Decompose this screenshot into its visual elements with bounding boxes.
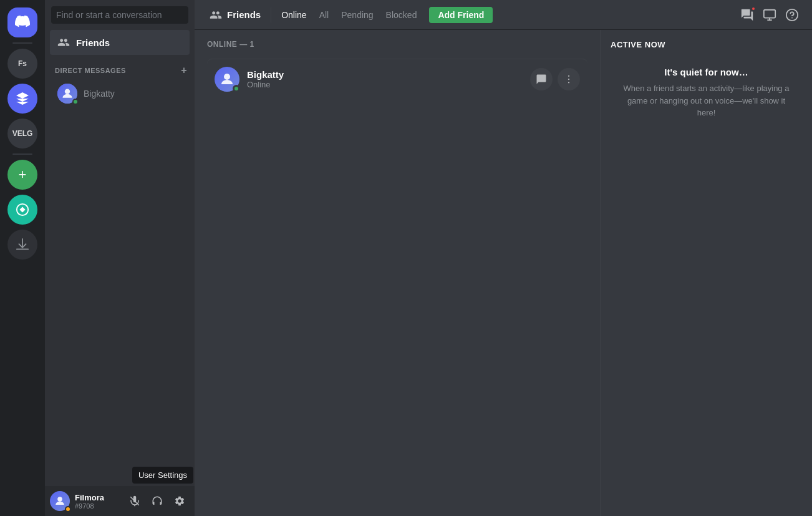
svg-rect-5: [764, 9, 775, 17]
more-options-icon: [563, 74, 574, 85]
tab-all-label: All: [319, 10, 329, 20]
friend-status-dot-online: [233, 85, 240, 92]
friend-actions-bigkatty: [530, 68, 580, 90]
friend-status-bigkatty: Online: [247, 80, 530, 89]
svg-point-10: [224, 74, 230, 80]
svg-point-9: [791, 17, 793, 18]
server-separator: [12, 42, 32, 44]
server-icon-explore[interactable]: [7, 195, 37, 225]
add-dm-button[interactable]: +: [181, 65, 187, 76]
friends-nav-label: Friends: [227, 9, 261, 20]
friend-avatar-bigkatty: [215, 67, 239, 92]
server-label-fs: Fs: [18, 59, 27, 68]
more-options-button[interactable]: [558, 68, 580, 90]
friends-sidebar-icon: [57, 36, 70, 49]
discord-logo-icon: [15, 14, 30, 32]
svg-point-3: [57, 497, 62, 502]
tab-blocked-label: Blocked: [386, 10, 417, 20]
nav-divider: [271, 7, 271, 22]
deafen-button[interactable]: [147, 491, 167, 511]
server-icon-add[interactable]: +: [7, 160, 37, 190]
user-avatar-icon: [54, 495, 65, 507]
svg-point-2: [65, 89, 70, 94]
user-controls: [125, 491, 190, 511]
user-area: Filmora #9708: [45, 486, 195, 516]
username: Filmora: [75, 493, 120, 502]
active-now-title: ACTIVE NOW: [611, 40, 802, 49]
server-icon-velg[interactable]: VELG: [7, 119, 37, 148]
friends-list: ONLINE — 1 Bigkatty Online: [195, 30, 600, 516]
dm-section-header: DIRECT MESSAGES +: [45, 60, 195, 79]
tab-blocked[interactable]: Blocked: [381, 7, 422, 22]
explore-icon: [16, 203, 29, 217]
user-info: Filmora #9708: [75, 493, 120, 510]
dm-list: Bigkatty: [45, 79, 195, 486]
status-dot-online: [72, 99, 79, 105]
friends-nav-icon: [210, 9, 222, 21]
dm-item-bigkatty[interactable]: Bigkatty: [50, 79, 190, 109]
send-message-button[interactable]: [530, 68, 553, 90]
server-icon-download[interactable]: [7, 230, 37, 260]
mute-button[interactable]: [125, 491, 145, 511]
tab-online[interactable]: Online: [276, 7, 311, 22]
tab-all[interactable]: All: [314, 7, 334, 22]
main-content: Friends Online All Pending Blocked Add F…: [195, 0, 812, 516]
add-friend-button[interactable]: Add Friend: [429, 7, 493, 23]
user-discriminator: #9708: [75, 502, 120, 510]
server-label-velg: VELG: [12, 129, 33, 138]
quiet-description: When a friend starts an activity—like pl…: [618, 82, 795, 119]
dm-search-area: [45, 0, 195, 30]
add-friend-label: Add Friend: [438, 10, 484, 20]
search-input[interactable]: [51, 6, 188, 24]
server-sidebar: Fs VELG +: [0, 0, 45, 516]
svg-point-12: [568, 79, 569, 80]
server-icon-home[interactable]: [7, 7, 37, 37]
svg-marker-1: [19, 207, 25, 212]
direct-messages-label: DIRECT MESSAGES: [55, 67, 126, 74]
nitro-icon: [15, 91, 30, 106]
active-now-panel: ACTIVE NOW It's quiet for now… When a fr…: [600, 30, 812, 516]
user-avatar: [50, 491, 70, 511]
help-icon: [785, 8, 799, 22]
message-icon: [536, 74, 547, 85]
dm-name-bigkatty: Bigkatty: [84, 89, 115, 99]
top-nav: Friends Online All Pending Blocked Add F…: [195, 0, 812, 30]
quiet-title: It's quiet for now…: [618, 67, 795, 77]
settings-gear-icon: [174, 495, 185, 507]
friend-name-bigkatty: Bigkatty: [247, 69, 530, 80]
friends-nav-button[interactable]: Friends: [50, 30, 190, 55]
avatar-icon: [61, 87, 74, 100]
help-button[interactable]: [782, 5, 802, 25]
server-separator-2: [12, 153, 32, 155]
microphone-icon: [129, 495, 140, 507]
online-count-header: ONLINE — 1: [207, 40, 587, 49]
headset-icon: [152, 495, 163, 507]
download-icon: [16, 238, 29, 251]
svg-point-11: [568, 75, 569, 77]
inbox-button[interactable]: [760, 5, 780, 25]
new-group-dm-button[interactable]: [737, 5, 757, 25]
tab-pending-label: Pending: [341, 10, 373, 20]
server-icon-fs[interactable]: Fs: [7, 49, 37, 79]
user-settings-button[interactable]: [170, 491, 190, 511]
notification-badge: [751, 6, 756, 11]
user-status-dot: [65, 506, 71, 512]
user-settings-tooltip: User Settings: [132, 467, 193, 484]
friends-tab-button[interactable]: Friends: [205, 6, 266, 24]
dm-avatar-bigkatty: [57, 84, 77, 104]
svg-point-13: [568, 82, 569, 83]
monitor-icon: [763, 8, 776, 22]
friends-area: ONLINE — 1 Bigkatty Online: [195, 30, 812, 516]
dm-sidebar: Friends DIRECT MESSAGES + Bigkatty: [45, 0, 195, 516]
tab-pending[interactable]: Pending: [336, 7, 378, 22]
quiet-card: It's quiet for now… When a friend starts…: [611, 59, 802, 127]
friends-label: Friends: [76, 37, 110, 48]
friend-avatar-icon: [220, 72, 234, 87]
add-server-icon: +: [19, 167, 27, 183]
server-icon-nitro[interactable]: [7, 84, 37, 114]
friend-info-bigkatty: Bigkatty Online: [247, 69, 530, 89]
tab-online-label: Online: [281, 10, 306, 20]
friend-row-bigkatty[interactable]: Bigkatty Online: [207, 59, 587, 99]
